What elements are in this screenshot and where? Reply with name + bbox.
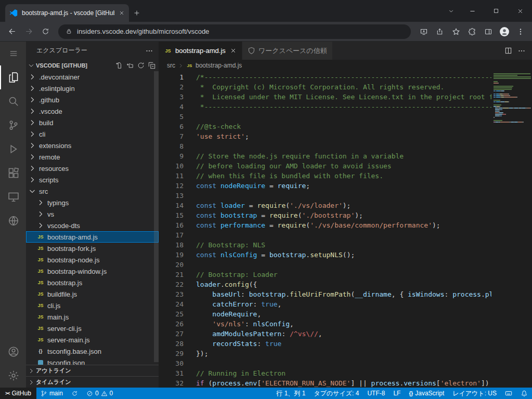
- code-line[interactable]: /*--------------------------------------…: [196, 72, 491, 82]
- timeline-section[interactable]: タイムライン: [26, 376, 159, 388]
- tree-item-build[interactable]: build: [26, 117, 159, 128]
- line-number[interactable]: 6: [159, 122, 184, 131]
- activity-item-accounts[interactable]: [0, 340, 26, 364]
- code-line[interactable]: // before loading our AMD loader to avoi…: [196, 161, 491, 171]
- new-folder-button[interactable]: [126, 62, 134, 69]
- tree-item-extensions[interactable]: extensions: [26, 140, 159, 151]
- language-status[interactable]: {} JavaScript: [405, 388, 448, 399]
- tab-search-button[interactable]: [442, 0, 460, 22]
- code-line[interactable]: nodeRequire,: [196, 309, 491, 319]
- line-number[interactable]: 4: [159, 102, 184, 112]
- explorer-section-header[interactable]: VSCODE [GITHUB]: [26, 60, 159, 71]
- line-number[interactable]: 30: [159, 358, 184, 368]
- line-number[interactable]: 2: [159, 82, 184, 92]
- code-line[interactable]: const bootstrap = require('./bootstrap')…: [196, 210, 491, 220]
- branch-status[interactable]: main: [36, 388, 67, 399]
- tree-item-bootstrap-fork.js[interactable]: JSbootstrap-fork.js: [26, 243, 159, 254]
- code-line[interactable]: // when this file is bundled with other …: [196, 171, 491, 181]
- code-line[interactable]: 'vs/nls': nlsConfig,: [196, 319, 491, 329]
- activity-item-github[interactable]: [0, 209, 26, 233]
- side-panel-button[interactable]: [481, 24, 496, 39]
- code-line[interactable]: 'use strict';: [196, 131, 491, 141]
- breadcrumb-item[interactable]: bootstrap-amd.js: [196, 62, 242, 69]
- code-line[interactable]: * Licensed under the MIT License. See Li…: [196, 92, 491, 102]
- tree-item-.github[interactable]: .github: [26, 94, 159, 105]
- code-line[interactable]: if (process.env['ELECTRON_RUN_AS_NODE'] …: [196, 378, 491, 388]
- split-editor-button[interactable]: [504, 47, 512, 55]
- bookmark-button[interactable]: [448, 24, 463, 39]
- back-button[interactable]: [4, 24, 20, 39]
- line-number[interactable]: 26: [159, 319, 184, 329]
- tree-item-bootstrap-amd.js[interactable]: JSbootstrap-amd.js: [26, 231, 159, 243]
- line-number[interactable]: 32: [159, 378, 184, 388]
- code-line[interactable]: [196, 191, 491, 201]
- line-numbers-gutter[interactable]: 1234567891011121314151617181920212223242…: [159, 71, 189, 388]
- tree-item-typings[interactable]: typings: [26, 197, 159, 208]
- editor-tab-1[interactable]: ワークスペースの信頼: [242, 42, 333, 60]
- eol-status[interactable]: LF: [389, 388, 405, 399]
- tree-item-resources[interactable]: resources: [26, 163, 159, 174]
- line-number[interactable]: 29: [159, 349, 184, 358]
- line-number[interactable]: 10: [159, 161, 184, 171]
- explorer-more-actions-button[interactable]: [145, 47, 153, 55]
- line-number[interactable]: 21: [159, 270, 184, 280]
- activity-item-extensions[interactable]: [0, 161, 26, 185]
- tree-item-src[interactable]: src: [26, 185, 159, 197]
- tree-item-bootstrap.js[interactable]: JSbootstrap.js: [26, 277, 159, 288]
- remote-indicator[interactable]: >< GitHub: [0, 388, 36, 399]
- line-number[interactable]: 31: [159, 368, 184, 378]
- line-number[interactable]: 20: [159, 260, 184, 270]
- line-number[interactable]: 1: [159, 72, 184, 82]
- code-line[interactable]: // Running in Electron: [196, 368, 491, 378]
- close-tab-icon[interactable]: [230, 47, 237, 54]
- forward-button[interactable]: [21, 24, 36, 39]
- install-app-button[interactable]: [416, 24, 431, 39]
- code-line[interactable]: amdModulesPattern: /^vs\//,: [196, 329, 491, 339]
- virtual-keyboard-status[interactable]: [501, 388, 516, 399]
- code-line[interactable]: recordStats: true: [196, 339, 491, 349]
- line-number[interactable]: 17: [159, 230, 184, 240]
- line-number[interactable]: 19: [159, 250, 184, 260]
- line-number[interactable]: 22: [159, 280, 184, 289]
- line-number[interactable]: 9: [159, 151, 184, 161]
- keyboard-layout-status[interactable]: レイアウト: US: [448, 388, 501, 399]
- notifications-bell[interactable]: [516, 388, 532, 399]
- code-line[interactable]: [196, 112, 491, 122]
- activity-item-run-debug[interactable]: [0, 137, 26, 161]
- line-number[interactable]: 3: [159, 92, 184, 102]
- problems-status[interactable]: 0 0: [82, 388, 117, 399]
- activity-item-explorer[interactable]: [0, 65, 26, 89]
- code-line[interactable]: [196, 230, 491, 240]
- code-line[interactable]: * Copyright (c) Microsoft Corporation. A…: [196, 82, 491, 92]
- code-line[interactable]: const nlsConfig = bootstrap.setupNLS();: [196, 250, 491, 260]
- code-line[interactable]: // Store the node.js require function in…: [196, 151, 491, 161]
- browser-tab[interactable]: bootstrap-amd.js - vscode [GitHub]: [5, 4, 129, 22]
- maximize-button[interactable]: [484, 0, 508, 22]
- outline-section[interactable]: アウトライン: [26, 365, 159, 376]
- tab-size-status[interactable]: タブのサイズ: 4: [309, 388, 363, 399]
- reload-button[interactable]: [37, 24, 53, 39]
- line-number[interactable]: 23: [159, 289, 184, 299]
- activity-item-settings[interactable]: [0, 364, 26, 388]
- tree-item-bootstrap-window.js[interactable]: JSbootstrap-window.js: [26, 265, 159, 277]
- editor-tab-0[interactable]: JSbootstrap-amd.js: [159, 42, 242, 60]
- tree-item-.devcontainer[interactable]: .devcontainer: [26, 71, 159, 83]
- tree-item-bootstrap-node.js[interactable]: JSbootstrap-node.js: [26, 254, 159, 265]
- code-line[interactable]: // Bootstrap: NLS: [196, 240, 491, 250]
- line-number[interactable]: 16: [159, 220, 184, 230]
- code-line[interactable]: const performance = require('./vs/base/c…: [196, 220, 491, 230]
- code-line[interactable]: loader.config({: [196, 280, 491, 289]
- tree-item-vs[interactable]: vs: [26, 208, 159, 220]
- share-button[interactable]: [432, 24, 447, 39]
- line-number[interactable]: 15: [159, 210, 184, 220]
- activity-item-search[interactable]: [0, 89, 26, 113]
- tree-item-server-cli.js[interactable]: JSserver-cli.js: [26, 323, 159, 334]
- editor-more-actions-button[interactable]: [517, 47, 526, 55]
- code-line[interactable]: *---------------------------------------…: [196, 102, 491, 112]
- tree-item-buildfile.js[interactable]: JSbuildfile.js: [26, 288, 159, 300]
- tree-item-vscode-dts[interactable]: vscode-dts: [26, 220, 159, 231]
- line-number[interactable]: 7: [159, 131, 184, 141]
- code-line[interactable]: catchError: true,: [196, 299, 491, 309]
- tree-item-tsconfig.base.json[interactable]: {}tsconfig.base.json: [26, 345, 159, 357]
- line-number[interactable]: 14: [159, 201, 184, 210]
